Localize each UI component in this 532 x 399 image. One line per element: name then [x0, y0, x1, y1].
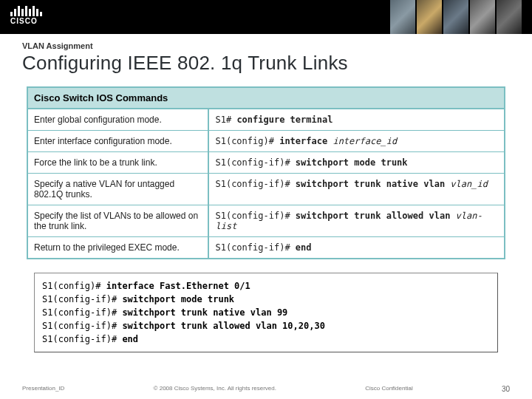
command-description: Specify a native VLAN for untagged 802.1… [27, 174, 208, 205]
cisco-logo-text: CISCO [10, 17, 42, 25]
command-description: Return to the privileged EXEC mode. [27, 237, 208, 259]
table-row: Specify a native VLAN for untagged 802.1… [27, 174, 505, 205]
command-cli: S1(config-if)# switchport mode trunk [208, 152, 505, 174]
command-description: Enter global configuration mode. [27, 109, 208, 131]
command-cli: S1(config-if)# switchport trunk allowed … [208, 205, 505, 237]
commands-table-header: Cisco Switch IOS Commands [27, 87, 505, 109]
table-row: Specify the list of VLANs to be allowed … [27, 205, 505, 237]
command-cli: S1(config-if)# end [208, 237, 505, 259]
example-line: S1(config-if)# switchport mode trunk [42, 293, 490, 306]
command-cli: S1# configure terminal [208, 109, 505, 131]
example-line: S1(config-if)# end [42, 332, 490, 346]
command-description: Force the link to be a trunk link. [27, 152, 208, 174]
command-description: Specify the list of VLANs to be allowed … [27, 205, 208, 237]
command-cli: S1(config-if)# switchport trunk native v… [208, 174, 505, 205]
example-line: S1(config)# interface Fast.Ethernet 0/1 [42, 279, 490, 293]
footer-page-number: 30 [502, 385, 510, 393]
command-description: Enter interface configuration mode. [27, 131, 208, 152]
decorative-photo-strip [390, 0, 522, 34]
commands-table: Cisco Switch IOS Commands Enter global c… [27, 86, 505, 259]
example-cli-block: S1(config)# interface Fast.Ethernet 0/1S… [34, 273, 498, 352]
table-row: Enter global configuration mode.S1# conf… [27, 109, 505, 131]
footer-presentation-id: Presentation_ID [22, 385, 64, 393]
footer-confidential: Cisco Confidential [365, 385, 412, 393]
page-title: Configuring IEEE 802. 1q Trunk Links [22, 52, 510, 75]
command-cli: S1(config)# interface interface_id [208, 131, 505, 152]
table-row: Enter interface configuration mode.S1(co… [27, 131, 505, 152]
cisco-logo: CISCO [10, 4, 42, 25]
cisco-logo-bars [10, 4, 42, 16]
section-label: VLAN Assignment [22, 41, 510, 50]
commands-table-wrap: Cisco Switch IOS Commands Enter global c… [27, 86, 505, 259]
slide-heading: VLAN Assignment Configuring IEEE 802. 1q… [0, 34, 532, 78]
example-line: S1(config-if)# switchport trunk allowed … [42, 319, 490, 332]
slide-footer: Presentation_ID © 2008 Cisco Systems, In… [0, 385, 532, 393]
footer-copyright: © 2008 Cisco Systems, Inc. All rights re… [154, 385, 276, 393]
table-row: Force the link to be a trunk link.S1(con… [27, 152, 505, 174]
example-line: S1(config-if)# switchport trunk native v… [42, 306, 490, 319]
table-row: Return to the privileged EXEC mode.S1(co… [27, 237, 505, 259]
top-bar: CISCO [0, 0, 532, 34]
